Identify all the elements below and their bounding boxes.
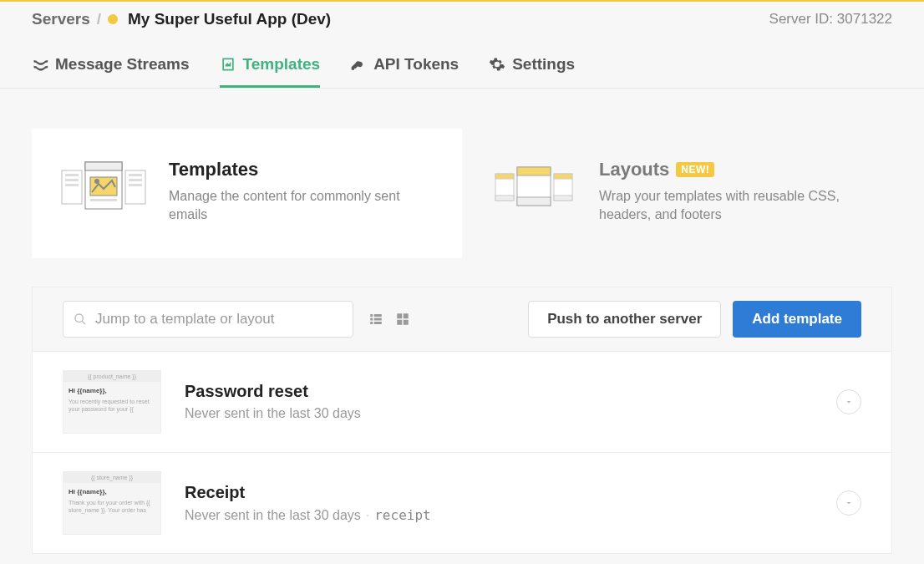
breadcrumb-servers-link[interactable]: Servers xyxy=(32,10,90,28)
templates-toolbar: Push to another server Add template xyxy=(33,287,891,351)
svg-rect-31 xyxy=(404,320,409,325)
templates-illustration-icon xyxy=(60,159,147,212)
svg-rect-20 xyxy=(517,167,551,175)
breadcrumb-separator: / xyxy=(97,10,101,28)
svg-rect-23 xyxy=(374,314,382,317)
grid-view-icon[interactable] xyxy=(395,312,410,327)
breadcrumb-app-name: My Super Useful App (Dev) xyxy=(128,10,331,28)
breadcrumb-bar: Servers / My Super Useful App (Dev) Serv… xyxy=(32,10,892,50)
list-view-icon[interactable] xyxy=(368,312,383,327)
tab-label: Message Streams xyxy=(55,55,190,74)
template-title: Receipt xyxy=(185,483,813,502)
new-badge: NEW! xyxy=(676,162,714,177)
template-alias: receipt xyxy=(374,507,430,523)
status-dot-icon xyxy=(108,14,118,24)
tab-templates[interactable]: Templates xyxy=(220,50,321,88)
streams-icon xyxy=(32,56,48,73)
svg-rect-2 xyxy=(65,179,79,181)
svg-rect-17 xyxy=(554,174,572,179)
subtab-title: Layouts xyxy=(599,159,669,180)
subtab-templates[interactable]: Templates Manage the content for commonl… xyxy=(32,129,462,258)
template-thumbnail: {{ product_name }} Hi {{name}}, You rece… xyxy=(63,370,161,434)
subtab-description: Manage the content for commonly sent ema… xyxy=(169,187,428,225)
svg-rect-24 xyxy=(370,318,373,320)
svg-rect-25 xyxy=(374,318,382,320)
template-subtitle: Never sent in the last 30 days·receipt xyxy=(185,507,813,523)
svg-rect-28 xyxy=(397,313,402,318)
row-actions-button[interactable] xyxy=(836,490,861,516)
svg-rect-21 xyxy=(517,197,551,206)
svg-rect-5 xyxy=(129,174,142,176)
server-id-label: Server ID: 3071322 xyxy=(769,11,892,28)
search-container xyxy=(63,301,353,338)
gear-icon xyxy=(489,56,505,73)
subtab-title: Templates xyxy=(169,159,428,180)
svg-rect-3 xyxy=(65,184,79,186)
tab-message-streams[interactable]: Message Streams xyxy=(32,50,190,88)
layouts-illustration-icon xyxy=(490,159,577,212)
svg-rect-22 xyxy=(370,314,373,317)
templates-list: {{ product_name }} Hi {{name}}, You rece… xyxy=(33,351,891,553)
svg-rect-30 xyxy=(397,320,402,325)
svg-rect-18 xyxy=(554,196,572,201)
subtab-layouts[interactable]: Layouts NEW! Wrap your templates with re… xyxy=(462,129,892,258)
svg-rect-27 xyxy=(374,322,382,324)
push-to-server-button[interactable]: Push to another server xyxy=(528,301,721,338)
svg-rect-15 xyxy=(495,196,514,201)
tab-settings[interactable]: Settings xyxy=(489,50,575,88)
row-actions-button[interactable] xyxy=(836,389,861,414)
template-subtitle: Never sent in the last 30 days xyxy=(185,406,813,421)
tab-label: API Tokens xyxy=(373,55,459,74)
svg-rect-7 xyxy=(129,184,142,186)
template-row[interactable]: {{ product_name }} Hi {{name}}, You rece… xyxy=(33,351,891,452)
key-icon xyxy=(350,56,367,73)
svg-rect-12 xyxy=(90,199,117,201)
tab-label: Templates xyxy=(243,55,321,74)
search-icon xyxy=(74,312,87,326)
primary-tabs: Message Streams Templates API Tokens Set… xyxy=(32,50,892,88)
svg-rect-10 xyxy=(90,177,117,196)
tab-label: Settings xyxy=(512,55,575,74)
svg-rect-26 xyxy=(370,322,373,324)
svg-rect-1 xyxy=(65,174,79,176)
search-input[interactable] xyxy=(95,311,343,328)
svg-rect-14 xyxy=(495,174,514,179)
svg-rect-6 xyxy=(129,179,142,181)
add-template-button[interactable]: Add template xyxy=(733,301,861,338)
secondary-tabs: Templates Manage the content for commonl… xyxy=(32,129,892,258)
subtab-description: Wrap your templates with reusable CSS, h… xyxy=(599,187,858,225)
template-title: Password reset xyxy=(185,382,813,401)
template-row[interactable]: {{ store_name }} Hi {{name}}, Thank you … xyxy=(33,452,891,553)
template-thumbnail: {{ store_name }} Hi {{name}}, Thank you … xyxy=(63,471,161,535)
tab-api-tokens[interactable]: API Tokens xyxy=(350,50,459,88)
svg-point-11 xyxy=(94,179,99,184)
svg-rect-29 xyxy=(404,313,409,318)
templates-icon xyxy=(220,56,236,73)
svg-rect-9 xyxy=(85,162,122,170)
